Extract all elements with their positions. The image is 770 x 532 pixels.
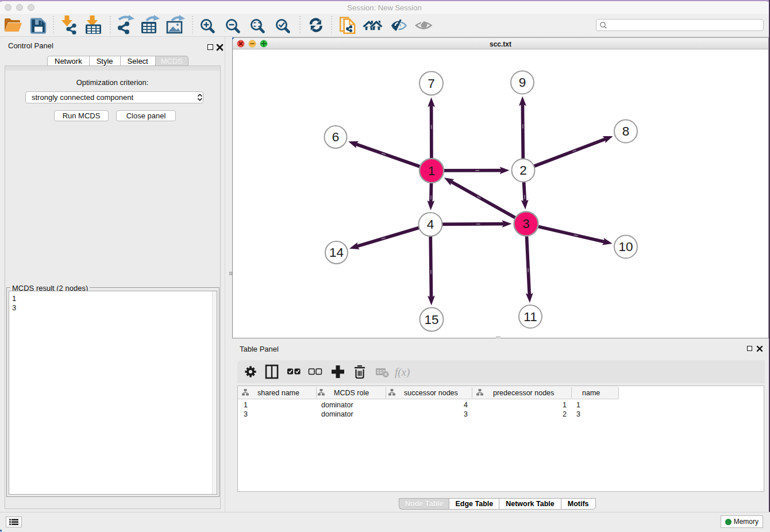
svg-text:9: 9 [519, 75, 526, 90]
svg-text:1: 1 [428, 164, 436, 178]
svg-text:10: 10 [618, 240, 633, 254]
svg-text:3: 3 [522, 217, 530, 231]
svg-text:2: 2 [519, 163, 527, 178]
svg-text:14: 14 [329, 245, 344, 260]
svg-text:11: 11 [523, 310, 537, 324]
svg-text:7: 7 [428, 76, 435, 91]
svg-text:8: 8 [622, 124, 630, 138]
svg-text:15: 15 [424, 313, 438, 327]
svg-text:6: 6 [332, 130, 340, 144]
svg-text:f(x): f(x) [395, 366, 410, 379]
svg-text:4: 4 [427, 217, 434, 232]
